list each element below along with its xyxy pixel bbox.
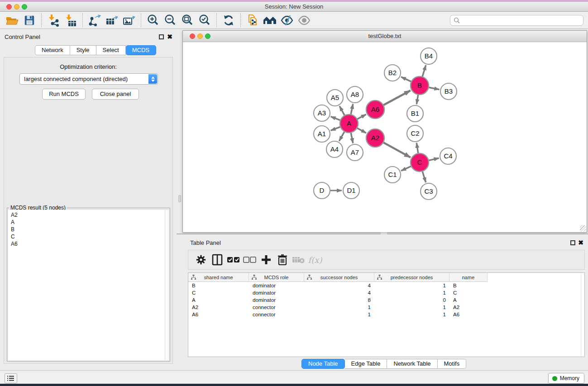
settings-gear-icon[interactable] bbox=[193, 252, 209, 267]
mcds-result-item[interactable]: A2 bbox=[11, 211, 166, 219]
graph-node-B1[interactable]: B1 bbox=[407, 105, 423, 122]
graph-edge-A6-B[interactable] bbox=[383, 91, 411, 105]
save-session-icon[interactable] bbox=[21, 13, 38, 28]
duplicate-network-icon[interactable] bbox=[244, 13, 261, 28]
column-header-successor-nodes[interactable]: successor nodes bbox=[304, 273, 374, 282]
graph-node-A7[interactable]: A7 bbox=[347, 144, 363, 161]
vertical-splitter-grip[interactable] bbox=[178, 195, 181, 202]
search-input[interactable] bbox=[462, 16, 583, 25]
graph-node-B4[interactable]: B4 bbox=[421, 48, 437, 64]
tab-mcds[interactable]: MCDS bbox=[126, 45, 156, 55]
graph-node-A[interactable]: A bbox=[340, 114, 358, 133]
add-column-icon[interactable] bbox=[258, 252, 274, 267]
graph-edge-B-B1[interactable] bbox=[416, 95, 418, 105]
graph-edge-C-C1[interactable] bbox=[401, 166, 411, 171]
minimize-window-button[interactable] bbox=[14, 4, 19, 10]
import-table-icon[interactable] bbox=[62, 13, 79, 28]
graph-node-D[interactable]: D bbox=[314, 182, 330, 199]
network-window-titlebar[interactable]: testGlobe.txt bbox=[183, 31, 587, 42]
mcds-result-item[interactable]: B bbox=[11, 226, 166, 233]
graph-edge-A-A7[interactable] bbox=[351, 133, 353, 143]
export-image-icon[interactable] bbox=[120, 13, 138, 28]
graph-edge-A-A5[interactable] bbox=[339, 106, 344, 115]
graph-node-A6[interactable]: A6 bbox=[366, 100, 384, 119]
graph-node-C[interactable]: C bbox=[411, 153, 429, 172]
network-canvas[interactable]: B4B2BB3A8A5A6A3B1AA1C2A2A4A7C4CC1C3DD1 bbox=[183, 42, 587, 232]
deselect-all-icon[interactable] bbox=[242, 252, 258, 267]
refresh-icon[interactable] bbox=[220, 13, 237, 28]
show-all-networks-icon[interactable] bbox=[261, 13, 278, 28]
table-row[interactable]: Adominator80A bbox=[188, 296, 584, 304]
mcds-result-item[interactable]: A bbox=[11, 219, 166, 226]
graph-node-B[interactable]: B bbox=[411, 76, 429, 95]
function-builder-icon[interactable]: f(x) bbox=[307, 252, 323, 267]
graph-edge-A-A4[interactable] bbox=[339, 131, 344, 141]
float-panel-icon[interactable] bbox=[159, 34, 164, 39]
maximize-window-button[interactable] bbox=[22, 4, 27, 10]
graph-edge-B-B3[interactable] bbox=[429, 87, 440, 90]
network-close-button[interactable] bbox=[190, 33, 195, 39]
delete-column-icon[interactable] bbox=[274, 252, 291, 267]
graph-edge-A-A1[interactable] bbox=[331, 127, 341, 130]
column-header-shared-name[interactable]: shared name bbox=[188, 273, 249, 282]
graph-edge-C-C3[interactable] bbox=[422, 171, 426, 182]
open-file-icon[interactable] bbox=[4, 13, 21, 28]
close-panel-button[interactable]: Close panel bbox=[92, 89, 139, 100]
column-header-predecessor-nodes[interactable]: predecessor nodes bbox=[374, 273, 449, 282]
column-header-name[interactable]: name bbox=[449, 273, 488, 282]
close-window-button[interactable] bbox=[6, 4, 12, 10]
search-box[interactable] bbox=[450, 15, 583, 26]
close-table-panel-icon[interactable]: ✖ bbox=[578, 239, 583, 246]
graph-node-C2[interactable]: C2 bbox=[407, 125, 423, 142]
graph-edge-C-C2[interactable] bbox=[416, 143, 418, 153]
zoom-selected-icon[interactable] bbox=[196, 13, 213, 28]
graph-node-B3[interactable]: B3 bbox=[440, 83, 457, 100]
graph-node-A1[interactable]: A1 bbox=[314, 126, 330, 142]
network-minimize-button[interactable] bbox=[197, 33, 203, 39]
node-table[interactable]: shared nameMCDS rolesuccessor nodesprede… bbox=[188, 272, 585, 357]
graph-edge-A2-C[interactable] bbox=[383, 143, 411, 157]
graph-edge-A-A2[interactable] bbox=[357, 128, 366, 133]
memory-button[interactable]: Memory bbox=[548, 373, 584, 384]
graph-node-D1[interactable]: D1 bbox=[343, 182, 359, 199]
graph-node-C3[interactable]: C3 bbox=[421, 183, 437, 200]
graph-edge-B-B2[interactable] bbox=[401, 77, 411, 82]
network-resize-grip[interactable] bbox=[580, 225, 586, 232]
graph-edge-A-A6[interactable] bbox=[357, 114, 366, 119]
mcds-result-item[interactable]: C bbox=[11, 233, 166, 240]
float-table-panel-icon[interactable] bbox=[570, 240, 575, 245]
graph-edge-C-C4[interactable] bbox=[429, 158, 439, 161]
graph-edge-B-B4[interactable] bbox=[422, 65, 426, 77]
export-network-icon[interactable] bbox=[86, 13, 103, 28]
mcds-result-item[interactable]: A6 bbox=[11, 240, 166, 248]
run-mcds-button[interactable]: Run MCDS bbox=[42, 89, 86, 100]
graph-node-A4[interactable]: A4 bbox=[326, 141, 343, 157]
network-maximize-button[interactable] bbox=[205, 33, 210, 39]
graph-node-B2[interactable]: B2 bbox=[384, 65, 401, 81]
task-history-button[interactable] bbox=[5, 373, 17, 383]
select-all-checked-icon[interactable] bbox=[225, 252, 242, 267]
zoom-fit-icon[interactable] bbox=[179, 13, 196, 28]
graph-node-A5[interactable]: A5 bbox=[327, 90, 343, 106]
table-row[interactable]: Cdominator41C bbox=[188, 289, 584, 296]
graph-edge-A-A3[interactable] bbox=[331, 117, 341, 120]
close-panel-icon[interactable]: ✖ bbox=[167, 33, 172, 40]
tab-network-table[interactable]: Network Table bbox=[387, 359, 437, 369]
tab-network[interactable]: Network bbox=[35, 45, 70, 55]
tab-motifs[interactable]: Motifs bbox=[438, 359, 467, 369]
tab-style[interactable]: Style bbox=[70, 45, 96, 55]
network-graph[interactable]: B4B2BB3A8A5A6A3B1AA1C2A2A4A7C4CC1C3DD1 bbox=[183, 42, 587, 232]
birdseye-view-icon[interactable] bbox=[296, 13, 313, 28]
zoom-in-icon[interactable] bbox=[144, 13, 162, 28]
column-header-MCDS-role[interactable]: MCDS role bbox=[249, 273, 304, 282]
graph-node-A3[interactable]: A3 bbox=[314, 105, 330, 121]
tab-node-table[interactable]: Node Table bbox=[301, 359, 345, 369]
tab-select[interactable]: Select bbox=[96, 45, 126, 55]
delete-table-icon[interactable] bbox=[291, 252, 307, 267]
graph-node-A2[interactable]: A2 bbox=[366, 129, 384, 147]
mcds-result-scrollbar[interactable] bbox=[165, 210, 169, 360]
graph-node-C4[interactable]: C4 bbox=[440, 148, 456, 164]
table-row[interactable]: A2connector11A2 bbox=[188, 304, 584, 311]
graph-node-A8[interactable]: A8 bbox=[347, 86, 363, 103]
table-row[interactable]: Bdominator41B bbox=[188, 282, 584, 289]
